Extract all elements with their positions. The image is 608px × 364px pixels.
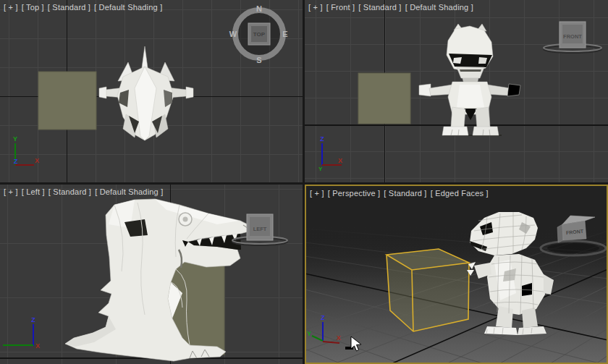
menu-shading-button[interactable]: [ Edged Faces ]: [431, 189, 489, 198]
menu-pov-button[interactable]: [ Left ]: [22, 187, 45, 196]
compass-south[interactable]: S: [256, 56, 261, 64]
box-object-front-view[interactable]: [358, 73, 410, 124]
viewport-perspective[interactable]: FRONT Z Y X [ + ] [ Perspective ] [ Stan…: [305, 185, 608, 364]
axis-z-label: Z: [31, 316, 35, 323]
menu-general-button[interactable]: [ + ]: [310, 189, 324, 198]
viewport-top[interactable]: TOP N S W E Y X Z [ + ] [ Top ] [ Standa…: [0, 0, 303, 182]
viewcube-face-label[interactable]: LEFT: [253, 226, 267, 232]
menu-shading-button[interactable]: [ Default Shading ]: [95, 187, 163, 196]
menu-shading-button[interactable]: [ Default Shading ]: [94, 3, 162, 12]
axis-y-label: Y: [307, 330, 311, 337]
axis-z-label: Z: [320, 135, 324, 143]
axis-x-label: X: [35, 342, 40, 350]
menu-renderer-button[interactable]: [ Standard ]: [384, 189, 426, 198]
viewcube-face-label[interactable]: TOP: [253, 31, 266, 38]
compass-east[interactable]: E: [282, 30, 287, 38]
viewport-label: [ + ] [ Left ] [ Standard ] [ Default Sh…: [4, 187, 163, 196]
menu-pov-button[interactable]: [ Perspective ]: [328, 189, 381, 198]
axis-tripod: Y X Z: [13, 135, 39, 165]
axis-x-label: X: [35, 157, 39, 164]
compass-west[interactable]: W: [229, 30, 237, 38]
viewcube[interactable]: TOP N S W E: [229, 4, 288, 64]
menu-pov-button[interactable]: [ Top ]: [22, 3, 44, 12]
viewcube[interactable]: FRONT: [544, 22, 601, 53]
viewport-label: [ + ] [ Top ] [ Standard ] [ Default Sha…: [4, 3, 162, 12]
axis-z-label: Z: [321, 314, 325, 321]
viewport-label: [ + ] [ Perspective ] [ Standard ] [ Edg…: [310, 189, 489, 198]
axis-x-label: X: [338, 157, 342, 164]
viewport-label: [ + ] [ Front ] [ Standard ] [ Default S…: [308, 3, 473, 12]
axis-y-label: Y: [318, 166, 323, 172]
menu-shading-button[interactable]: [ Default Shading ]: [405, 3, 473, 12]
menu-renderer-button[interactable]: [ Standard ]: [48, 3, 90, 12]
menu-general-button[interactable]: [ + ]: [4, 187, 18, 196]
menu-renderer-button[interactable]: [ Standard ]: [358, 3, 401, 12]
viewport-front[interactable]: FRONT Z X Y [ + ] [ Front ] [ Standard ]…: [305, 0, 608, 182]
menu-renderer-button[interactable]: [ Standard ]: [48, 187, 91, 196]
axis-z-label: Z: [14, 158, 18, 165]
dinosaur-model-top-view[interactable]: [99, 46, 193, 140]
axis-x-label: X: [337, 334, 341, 342]
dinosaur-model-front-view[interactable]: [419, 24, 520, 135]
viewcube-face-label[interactable]: FRONT: [563, 33, 582, 40]
menu-pov-button[interactable]: [ Front ]: [326, 3, 355, 12]
axis-y-label: Y: [13, 135, 17, 143]
box-object-top-view[interactable]: [38, 72, 96, 130]
selected-box-object[interactable]: [387, 249, 469, 331]
menu-general-button[interactable]: [ + ]: [4, 3, 18, 12]
compass-north[interactable]: N: [256, 4, 262, 13]
menu-general-button[interactable]: [ + ]: [308, 3, 323, 12]
viewport-left[interactable]: LEFT Z X [ + ] [ Left ] [ Standard ] [ D…: [0, 185, 303, 364]
axis-tripod: Z X: [3, 316, 40, 350]
axis-tripod: Z X Y: [318, 135, 342, 172]
